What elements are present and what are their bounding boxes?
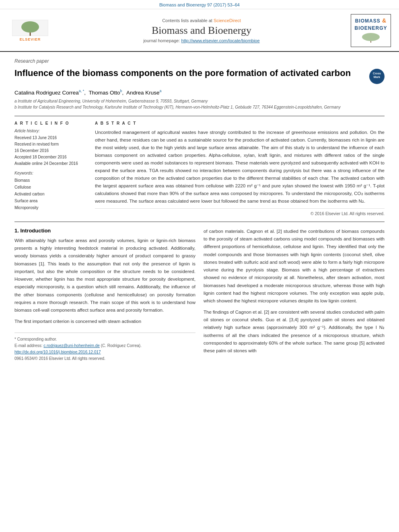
article-info-label: A R T I C L E I N F O xyxy=(14,121,87,125)
email-label: E-mail address: xyxy=(14,343,42,348)
keyword-1: Biomass xyxy=(14,177,87,184)
author1-name: Catalina Rodriguez Correa xyxy=(14,90,79,96)
author3-sup: a xyxy=(160,89,162,93)
journal-header-left: ELSEVIER xyxy=(8,20,52,42)
intro-heading-text: 1. Introduction xyxy=(14,228,51,234)
crossmark-badge[interactable]: Cross Mark xyxy=(369,69,385,84)
doi-link[interactable]: http://dx.doi.org/10.1016/j.biombioe.201… xyxy=(14,350,101,354)
body-col-left: 1. Introduction With attainably high sur… xyxy=(14,228,195,362)
intro-body-right: of carbon materials. Cagnon et al. [2] s… xyxy=(204,228,385,355)
doi-note: http://dx.doi.org/10.1016/j.biombioe.201… xyxy=(14,349,195,355)
received-revised-label: Received in revised form xyxy=(14,141,87,148)
keywords-label: Keywords: xyxy=(14,171,87,175)
two-col-body: 1. Introduction With attainably high sur… xyxy=(14,228,385,362)
abstract-para1: Uncontrolled management of agricultural … xyxy=(95,129,385,205)
email-suffix: (C. Rodriguez Correa). xyxy=(101,343,142,348)
received-date: Received 13 June 2016 xyxy=(14,135,87,141)
affil-b: b Institute for Catalysis Research and T… xyxy=(14,104,385,110)
journal-homepage: journal homepage: http://www.elsevier.co… xyxy=(56,38,347,43)
svg-text:Cross: Cross xyxy=(373,72,381,75)
section-divider xyxy=(14,222,385,222)
logo-line1: BIOMASS & xyxy=(354,17,387,25)
journal-header: ELSEVIER Contents lists available at Sci… xyxy=(0,9,399,52)
svg-text:ELSEVIER: ELSEVIER xyxy=(20,37,41,41)
issn-note: 0961-9534/© 2016 Elsevier Ltd. All right… xyxy=(14,355,195,362)
homepage-label: journal homepage: xyxy=(143,38,180,43)
corresponding-label: * Corresponding author. xyxy=(14,337,57,341)
author1-sup: a, * xyxy=(79,89,84,93)
sciencedirect-link[interactable]: ScienceDirect xyxy=(214,18,241,23)
article-info-abstract-row: A R T I C L E I N F O Article history: R… xyxy=(14,116,385,216)
svg-point-1 xyxy=(21,21,39,33)
abstract-text: Uncontrolled management of agricultural … xyxy=(95,129,385,205)
body-col-right: of carbon materials. Cagnon et al. [2] s… xyxy=(204,228,385,362)
abstract-label: A B S T R A C T xyxy=(95,121,385,125)
journal-ref: Biomass and Bioenergy 97 (2017) 53–64 xyxy=(159,2,240,7)
email-note: E-mail address: c.rodriguez@uni-hohenhei… xyxy=(14,343,195,349)
article-title: Influence of the biomass components on t… xyxy=(14,67,363,79)
homepage-link[interactable]: http://www.elsevier.com/locate/biombioe xyxy=(181,38,260,43)
abstract-col: A B S T R A C T Uncontrolled management … xyxy=(95,121,385,216)
keyword-3: Activated carbon xyxy=(14,191,87,197)
accepted-date: Accepted 18 December 2016 xyxy=(14,154,87,160)
authors-line: Catalina Rodriguez Correaa, *, Thomas Ot… xyxy=(14,89,385,96)
logo-image xyxy=(359,31,383,43)
available-date: Available online 24 December 2016 xyxy=(14,160,87,167)
article-type-label: Research paper xyxy=(14,58,385,64)
journal-logo-box: BIOMASS & BIOENERGY xyxy=(351,14,391,47)
author2-name: Thomas Otto xyxy=(88,90,120,96)
journal-title: Biomass and Bioenergy xyxy=(56,25,347,37)
copyright-line: © 2016 Elsevier Ltd. All rights reserved… xyxy=(95,208,385,216)
intro-right-para2: The findings of Cagnon et al. [2] are co… xyxy=(204,308,385,355)
author3-name: Andrea Kruse xyxy=(126,90,160,96)
journal-header-right: BIOMASS & BIOENERGY xyxy=(351,14,391,47)
journal-header-center: Contents lists available at ScienceDirec… xyxy=(52,18,351,43)
logo-line2: BIOENERGY xyxy=(354,25,387,32)
keyword-4: Surface area xyxy=(14,197,87,204)
keyword-5: Microporosity xyxy=(14,204,87,211)
intro-body-left: With attainably high surface areas and p… xyxy=(14,237,195,325)
contents-line: Contents lists available at ScienceDirec… xyxy=(56,18,347,23)
keywords-section: Keywords: Biomass Cellulose Activated ca… xyxy=(14,171,87,211)
intro-heading: 1. Introduction xyxy=(14,228,195,234)
page-wrapper: Biomass and Bioenergy 97 (2017) 53–64 EL… xyxy=(0,0,399,368)
svg-point-4 xyxy=(362,33,380,41)
affil-a: a Institute of Agricultural Engineering,… xyxy=(14,98,385,104)
crossmark-icon: Cross Mark xyxy=(369,69,385,84)
intro-para2: The first important criterion is concern… xyxy=(14,318,195,325)
intro-right-para1: of carbon materials. Cagnon et al. [2] s… xyxy=(204,228,385,305)
email-link[interactable]: c.rodriguez@uni-hohenheim.de xyxy=(43,343,100,348)
elsevier-logo-image: ELSEVIER xyxy=(12,20,48,42)
article-content: Research paper Influence of the biomass … xyxy=(0,52,399,368)
keyword-2: Cellulose xyxy=(14,184,87,191)
svg-text:Mark: Mark xyxy=(374,76,380,78)
revised-date: 16 December 2016 xyxy=(14,148,87,154)
top-bar: Biomass and Bioenergy 97 (2017) 53–64 xyxy=(0,0,399,9)
contents-text: Contents lists available at xyxy=(162,18,212,23)
intro-para1: With attainably high surface areas and p… xyxy=(14,237,195,314)
article-title-row: Influence of the biomass components on t… xyxy=(14,67,385,84)
article-history-label: Article history: xyxy=(14,129,87,133)
affiliations: a Institute of Agricultural Engineering,… xyxy=(14,98,385,110)
corresponding-author-note: * Corresponding author. xyxy=(14,336,195,343)
author2-sup: b xyxy=(120,89,122,93)
footer-notes: * Corresponding author. E-mail address: … xyxy=(14,333,195,362)
article-info-col: A R T I C L E I N F O Article history: R… xyxy=(14,121,87,216)
